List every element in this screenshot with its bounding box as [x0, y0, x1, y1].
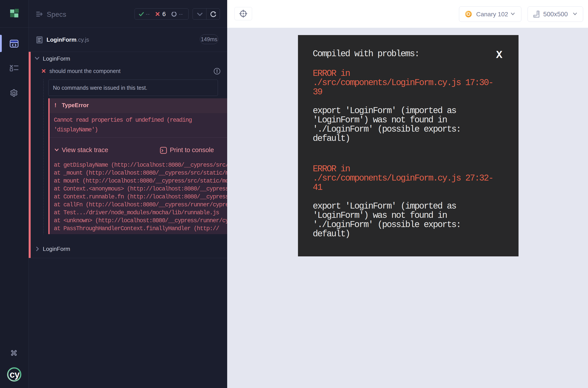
svg-text:cy: cy: [10, 369, 20, 380]
